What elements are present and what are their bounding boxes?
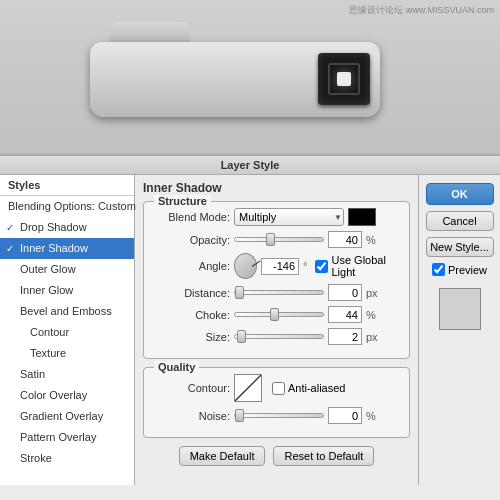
style-item-blending-options[interactable]: Blending Options: Custom xyxy=(0,196,134,217)
size-slider[interactable] xyxy=(234,334,324,339)
distance-row: Distance: px xyxy=(152,284,401,301)
style-item-inner-shadow[interactable]: Inner Shadow xyxy=(0,238,134,259)
size-label: Size: xyxy=(152,331,230,343)
angle-line xyxy=(252,260,261,266)
center-panel: Inner Shadow Structure Blend Mode: Multi… xyxy=(135,175,418,485)
opacity-unit: % xyxy=(366,234,376,246)
choke-input[interactable] xyxy=(328,306,362,323)
angle-row: Angle: ° Use Global Light xyxy=(152,253,401,279)
structure-title: Structure xyxy=(154,195,211,207)
ok-button[interactable]: OK xyxy=(426,183,494,205)
blend-mode-row: Blend Mode: Multiply ▼ xyxy=(152,208,401,226)
size-unit: px xyxy=(366,331,378,343)
blend-mode-color-swatch[interactable] xyxy=(348,208,376,226)
opacity-label: Opacity: xyxy=(152,234,230,246)
contour-label: Contour: xyxy=(152,382,230,394)
style-item-satin[interactable]: Satin xyxy=(0,364,134,385)
style-item-gradient-overlay[interactable]: Gradient Overlay xyxy=(0,406,134,427)
noise-slider-thumb[interactable] xyxy=(235,409,244,422)
choke-unit: % xyxy=(366,309,376,321)
size-slider-thumb[interactable] xyxy=(237,330,246,343)
dialog-title-bar: Layer Style xyxy=(0,155,500,175)
inner-shadow-title: Inner Shadow xyxy=(143,181,410,195)
quality-section: Quality Contour: Anti-aliased Noise: xyxy=(143,367,410,438)
quality-title: Quality xyxy=(154,361,199,373)
style-item-inner-glow[interactable]: Inner Glow xyxy=(0,280,134,301)
angle-label: Angle: xyxy=(152,260,230,272)
dialog-area: Styles Blending Options: Custom Drop Sha… xyxy=(0,175,500,485)
styles-panel: Styles Blending Options: Custom Drop Sha… xyxy=(0,175,135,485)
contour-svg xyxy=(235,375,261,401)
preview-checkbox-wrap[interactable]: Preview xyxy=(432,263,487,276)
anti-aliased-wrap[interactable]: Anti-aliased xyxy=(272,382,345,395)
style-item-texture[interactable]: Texture xyxy=(0,343,134,364)
choke-slider-thumb[interactable] xyxy=(270,308,279,321)
angle-input[interactable] xyxy=(261,258,299,275)
choke-label: Choke: xyxy=(152,309,230,321)
noise-input[interactable] xyxy=(328,407,362,424)
distance-slider-thumb[interactable] xyxy=(235,286,244,299)
style-item-contour[interactable]: Contour xyxy=(0,322,134,343)
preview-swatch xyxy=(439,288,481,330)
style-item-pattern-overlay[interactable]: Pattern Overlay xyxy=(0,427,134,448)
new-style-button[interactable]: New Style... xyxy=(426,237,494,257)
global-light-checkbox[interactable] xyxy=(315,260,328,273)
make-default-button[interactable]: Make Default xyxy=(179,446,266,466)
angle-dial[interactable] xyxy=(234,253,257,279)
watermark: 思缘设计论坛 www.MISSVUAN.com xyxy=(349,4,494,17)
global-light-wrap[interactable]: Use Global Light xyxy=(315,254,401,278)
angle-unit: ° xyxy=(303,260,307,272)
opacity-slider[interactable] xyxy=(234,237,324,242)
camera-image xyxy=(90,22,410,132)
noise-slider[interactable] xyxy=(234,413,324,418)
size-input[interactable] xyxy=(328,328,362,345)
bottom-buttons: Make Default Reset to Default xyxy=(143,446,410,466)
opacity-row: Opacity: % xyxy=(152,231,401,248)
global-light-label: Use Global Light xyxy=(331,254,401,278)
anti-aliased-label: Anti-aliased xyxy=(288,382,345,394)
size-row: Size: px xyxy=(152,328,401,345)
opacity-input[interactable] xyxy=(328,231,362,248)
style-item-outer-glow[interactable]: Outer Glow xyxy=(0,259,134,280)
cancel-button[interactable]: Cancel xyxy=(426,211,494,231)
anti-aliased-checkbox[interactable] xyxy=(272,382,285,395)
preview-checkbox[interactable] xyxy=(432,263,445,276)
noise-unit: % xyxy=(366,410,376,422)
noise-row: Noise: % xyxy=(152,407,401,424)
right-panel: OK Cancel New Style... Preview xyxy=(418,175,500,485)
blend-mode-select[interactable]: Multiply xyxy=(234,208,344,226)
distance-unit: px xyxy=(366,287,378,299)
style-item-bevel-emboss[interactable]: Bevel and Emboss xyxy=(0,301,134,322)
styles-header: Styles xyxy=(0,175,134,196)
contour-row: Contour: Anti-aliased xyxy=(152,374,401,402)
style-item-stroke[interactable]: Stroke xyxy=(0,448,134,469)
distance-slider[interactable] xyxy=(234,290,324,295)
choke-slider[interactable] xyxy=(234,312,324,317)
blend-mode-select-wrapper[interactable]: Multiply ▼ xyxy=(234,208,344,226)
opacity-slider-thumb[interactable] xyxy=(266,233,275,246)
choke-row: Choke: % xyxy=(152,306,401,323)
style-item-drop-shadow[interactable]: Drop Shadow xyxy=(0,217,134,238)
preview-area: 思缘设计论坛 www.MISSVUAN.com xyxy=(0,0,500,155)
noise-label: Noise: xyxy=(152,410,230,422)
distance-input[interactable] xyxy=(328,284,362,301)
contour-picker[interactable] xyxy=(234,374,262,402)
style-item-color-overlay[interactable]: Color Overlay xyxy=(0,385,134,406)
reset-to-default-button[interactable]: Reset to Default xyxy=(273,446,374,466)
dialog-title: Layer Style xyxy=(221,159,280,171)
preview-label: Preview xyxy=(448,264,487,276)
structure-section: Structure Blend Mode: Multiply ▼ Opacity… xyxy=(143,201,410,359)
distance-label: Distance: xyxy=(152,287,230,299)
blend-mode-label: Blend Mode: xyxy=(152,211,230,223)
